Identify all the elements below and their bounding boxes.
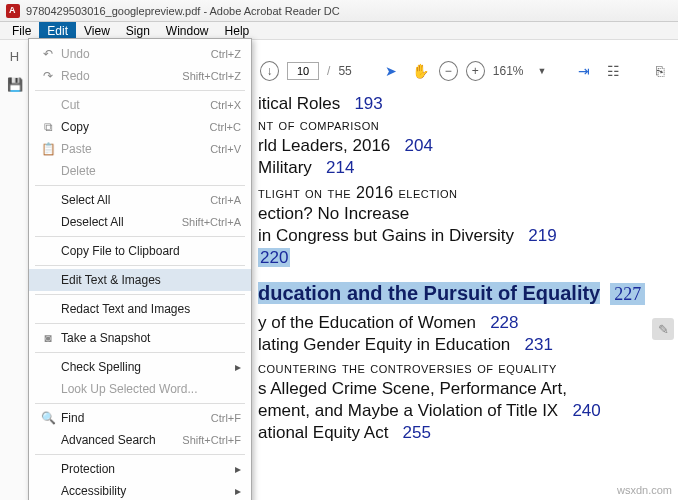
selected-text: 220 — [258, 248, 290, 267]
menu-copy-file[interactable]: Copy File to Clipboard — [29, 240, 251, 262]
menu-view[interactable]: View — [76, 22, 118, 40]
menu-find[interactable]: 🔍FindCtrl+F — [29, 407, 251, 429]
menu-redact[interactable]: Redact Text and Images — [29, 298, 251, 320]
menu-delete[interactable]: Delete — [29, 160, 251, 182]
menu-copy[interactable]: ⧉CopyCtrl+C — [29, 116, 251, 138]
home-button[interactable]: H — [1, 44, 29, 68]
search-icon: 🔍 — [39, 411, 57, 425]
page-number-input[interactable] — [287, 62, 319, 80]
chevron-right-icon: ▸ — [235, 484, 241, 498]
hand-tool-icon[interactable]: ✋ — [410, 60, 431, 82]
menu-lookup[interactable]: Look Up Selected Word... — [29, 378, 251, 400]
chevron-right-icon: ▸ — [235, 360, 241, 374]
watermark: wsxdn.com — [617, 484, 672, 496]
camera-icon: ◙ — [39, 331, 57, 345]
page-total: 55 — [338, 64, 351, 78]
fit-width-icon[interactable]: ⇥ — [574, 60, 595, 82]
redo-icon: ↷ — [39, 69, 57, 83]
paste-icon: 📋 — [39, 142, 57, 156]
toolbar: ↓ / 55 ➤ ✋ − + 161% ▼ ⇥ ☷ ⎘ — [252, 56, 678, 86]
menu-protection[interactable]: Protection▸ — [29, 458, 251, 480]
window-title: 9780429503016_googlepreview.pdf - Adobe … — [26, 5, 340, 17]
selected-heading: ducation and the Pursuit of Equality — [258, 282, 600, 304]
menu-window[interactable]: Window — [158, 22, 217, 40]
menu-deselect-all[interactable]: Deselect AllShift+Ctrl+A — [29, 211, 251, 233]
arrow-cursor-icon[interactable]: ➤ — [381, 60, 402, 82]
menu-check-spelling[interactable]: Check Spelling▸ — [29, 356, 251, 378]
page-down-button[interactable]: ↓ — [260, 61, 279, 81]
edit-dropdown: ↶UndoCtrl+Z ↷RedoShift+Ctrl+Z CutCtrl+X … — [28, 38, 252, 500]
menu-snapshot[interactable]: ◙Take a Snapshot — [29, 327, 251, 349]
menu-sign[interactable]: Sign — [118, 22, 158, 40]
share-icon[interactable]: ⎘ — [649, 60, 670, 82]
save-button[interactable]: 💾 — [1, 72, 29, 96]
menu-help[interactable]: Help — [217, 22, 258, 40]
menu-select-all[interactable]: Select AllCtrl+A — [29, 189, 251, 211]
document-view[interactable]: itical Roles 193 nt of comparison rld Le… — [252, 90, 660, 500]
left-sidebar: H 💾 — [0, 40, 30, 500]
undo-icon: ↶ — [39, 47, 57, 61]
zoom-level[interactable]: 161% — [493, 64, 524, 78]
menu-cut[interactable]: CutCtrl+X — [29, 94, 251, 116]
copy-icon: ⧉ — [39, 120, 57, 134]
menu-file[interactable]: File — [4, 22, 39, 40]
menu-advanced-search[interactable]: Advanced SearchShift+Ctrl+F — [29, 429, 251, 451]
zoom-in-button[interactable]: + — [466, 61, 485, 81]
menu-edit-text-images[interactable]: Edit Text & Images — [29, 269, 251, 291]
menu-edit[interactable]: Edit — [39, 22, 76, 40]
page-sep: / — [327, 64, 330, 78]
chevron-right-icon: ▸ — [235, 462, 241, 476]
page-display-icon[interactable]: ☷ — [603, 60, 624, 82]
window-titlebar: 9780429503016_googlepreview.pdf - Adobe … — [0, 0, 678, 22]
zoom-dropdown-icon[interactable]: ▼ — [532, 60, 553, 82]
menu-undo[interactable]: ↶UndoCtrl+Z — [29, 43, 251, 65]
menu-redo[interactable]: ↷RedoShift+Ctrl+Z — [29, 65, 251, 87]
app-icon — [6, 4, 20, 18]
edit-badge-icon[interactable]: ✎ — [652, 318, 674, 340]
zoom-out-button[interactable]: − — [439, 61, 458, 81]
menu-paste[interactable]: 📋PasteCtrl+V — [29, 138, 251, 160]
menu-accessibility[interactable]: Accessibility▸ — [29, 480, 251, 500]
